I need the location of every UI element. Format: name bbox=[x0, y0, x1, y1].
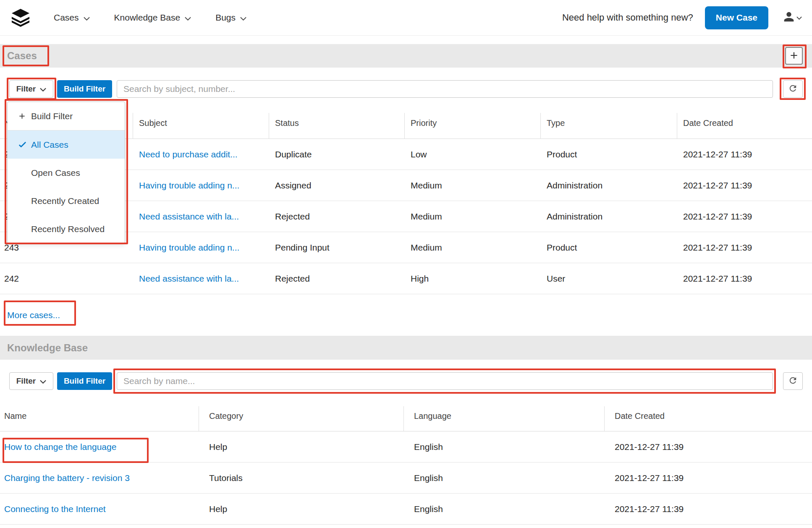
cases-build-filter-button[interactable]: Build Filter bbox=[57, 80, 112, 98]
dropdown-item-recently-resolved[interactable]: Recently Resolved bbox=[8, 215, 125, 243]
case-status-cell: Pending Input bbox=[269, 243, 404, 253]
case-subject-link[interactable]: Need to purchase addit... bbox=[139, 149, 238, 159]
cases-filter-dropdown: Build Filter All Cases Open Cases Recent… bbox=[7, 102, 125, 243]
case-priority-cell: High bbox=[404, 274, 540, 284]
dropdown-item-open-cases[interactable]: Open Cases bbox=[8, 159, 125, 187]
case-type-cell: User bbox=[540, 274, 677, 284]
more-cases-row: More cases... bbox=[0, 294, 812, 336]
new-case-button[interactable]: New Case bbox=[705, 6, 768, 29]
cases-title: Cases bbox=[7, 50, 37, 62]
kb-date-cell: 2021-12-27 11:39 bbox=[604, 504, 812, 514]
refresh-icon bbox=[788, 376, 798, 387]
nav-menu-knowledge-base[interactable]: Knowledge Base bbox=[114, 13, 191, 23]
kb-article-row: Connecting to the Internet Help English … bbox=[0, 494, 812, 525]
user-icon bbox=[782, 10, 796, 26]
chevron-down-icon bbox=[84, 13, 90, 23]
kb-article-link[interactable]: Connecting to the Internet bbox=[4, 504, 106, 514]
app-logo-icon[interactable] bbox=[11, 8, 30, 27]
kb-date-cell: 2021-12-27 11:39 bbox=[604, 473, 812, 483]
column-header-type[interactable]: Type bbox=[540, 101, 677, 139]
case-subject-cell: Need to purchase addit... bbox=[133, 149, 269, 159]
help-prompt-text: Need help with something new? bbox=[562, 12, 693, 23]
chevron-down-icon bbox=[240, 13, 246, 23]
case-subject-link[interactable]: Having trouble adding n... bbox=[139, 180, 239, 190]
kb-language-cell: English bbox=[403, 504, 604, 514]
spacer bbox=[0, 36, 812, 44]
column-header-status[interactable]: Status bbox=[269, 101, 404, 139]
kb-refresh-button[interactable] bbox=[783, 372, 803, 390]
dropdown-item-all-cases[interactable]: All Cases bbox=[8, 131, 125, 159]
case-subject-link[interactable]: Need assistance with la... bbox=[139, 212, 239, 221]
kb-table-header: Name Category Language Date Created bbox=[0, 395, 812, 431]
case-priority-cell: Medium bbox=[404, 212, 540, 222]
kb-category-cell: Help bbox=[199, 442, 403, 452]
case-subject-cell: Need assistance with la... bbox=[133, 274, 269, 284]
top-navbar: Cases Knowledge Base Bugs Need help with… bbox=[0, 0, 812, 36]
dropdown-item-label: Open Cases bbox=[31, 168, 80, 178]
kb-article-row: How to change the language Help English … bbox=[0, 431, 812, 463]
check-icon bbox=[18, 140, 31, 149]
dropdown-item-label: Recently Created bbox=[31, 196, 99, 206]
kb-date-cell: 2021-12-27 11:39 bbox=[604, 442, 812, 452]
case-subject-link[interactable]: Having trouble adding n... bbox=[139, 243, 239, 252]
plus-icon bbox=[18, 112, 31, 120]
case-type-cell: Administration bbox=[540, 180, 677, 191]
nav-menu-cases[interactable]: Cases bbox=[54, 13, 90, 23]
column-header-subject[interactable]: Subject bbox=[133, 101, 269, 139]
dropdown-item-build-filter[interactable]: Build Filter bbox=[8, 102, 125, 130]
more-cases-link[interactable]: More cases... bbox=[7, 310, 60, 320]
column-header-priority[interactable]: Priority bbox=[404, 101, 540, 139]
dropdown-item-recently-created[interactable]: Recently Created bbox=[8, 187, 125, 215]
case-status-cell: Assigned bbox=[269, 180, 404, 191]
dropdown-item-label: All Cases bbox=[31, 140, 68, 150]
cases-filter-button[interactable]: Filter bbox=[9, 80, 53, 98]
case-priority-cell: Medium bbox=[404, 243, 540, 253]
case-status-cell: Rejected bbox=[269, 274, 404, 284]
case-date-cell: 2021-12-27 11:39 bbox=[677, 180, 812, 191]
column-header-language[interactable]: Language bbox=[403, 395, 604, 431]
case-number-cell: 243 bbox=[0, 243, 133, 253]
filter-button-label: Filter bbox=[16, 376, 36, 386]
kb-name-cell: Charging the battery - revision 3 bbox=[0, 473, 199, 483]
chevron-down-icon bbox=[796, 14, 802, 21]
nav-menu-bugs[interactable]: Bugs bbox=[215, 13, 246, 23]
refresh-icon bbox=[788, 84, 798, 94]
kb-category-cell: Help bbox=[199, 504, 403, 514]
case-date-cell: 2021-12-27 11:39 bbox=[677, 149, 812, 159]
portal-page: Cases Knowledge Base Bugs Need help with… bbox=[0, 0, 812, 528]
case-subject-cell: Need assistance with la... bbox=[133, 212, 269, 222]
navbar-right: Need help with something new? New Case bbox=[562, 6, 802, 29]
kb-article-row: Charging the battery - revision 3 Tutori… bbox=[0, 463, 812, 494]
kb-filter-button[interactable]: Filter bbox=[9, 372, 53, 390]
case-number-cell: 242 bbox=[0, 274, 133, 284]
case-row: 242 Need assistance with la... Rejected … bbox=[0, 263, 812, 294]
kb-search-input[interactable] bbox=[117, 372, 773, 390]
kb-article-link[interactable]: Charging the battery - revision 3 bbox=[4, 473, 130, 483]
cases-refresh-button[interactable] bbox=[783, 80, 803, 98]
kb-build-filter-button[interactable]: Build Filter bbox=[57, 372, 112, 390]
kb-category-cell: Tutorials bbox=[199, 473, 403, 483]
case-type-cell: Administration bbox=[540, 212, 677, 222]
kb-title: Knowledge Base bbox=[7, 342, 88, 354]
case-priority-cell: Medium bbox=[404, 180, 540, 191]
kb-name-cell: Connecting to the Internet bbox=[0, 504, 199, 514]
column-header-category[interactable]: Category bbox=[199, 395, 403, 431]
dropdown-item-label: Recently Resolved bbox=[31, 224, 105, 234]
case-type-cell: Product bbox=[540, 149, 677, 159]
case-status-cell: Rejected bbox=[269, 212, 404, 222]
chevron-down-icon bbox=[185, 13, 191, 23]
kb-panel: Knowledge Base Filter Build Filter Name … bbox=[0, 336, 812, 525]
case-subject-link[interactable]: Need assistance with la... bbox=[139, 274, 239, 283]
case-type-cell: Product bbox=[540, 243, 677, 253]
cases-search-input[interactable] bbox=[117, 80, 773, 98]
case-date-cell: 2021-12-27 11:39 bbox=[677, 243, 812, 253]
case-date-cell: 2021-12-27 11:39 bbox=[677, 212, 812, 222]
add-case-button[interactable] bbox=[785, 47, 803, 65]
kb-article-link[interactable]: How to change the language bbox=[4, 442, 116, 452]
kb-language-cell: English bbox=[403, 473, 604, 483]
column-header-date-created[interactable]: Date Created bbox=[677, 101, 812, 139]
plus-icon bbox=[788, 50, 799, 62]
user-menu[interactable] bbox=[782, 10, 802, 26]
column-header-name[interactable]: Name bbox=[0, 395, 199, 431]
column-header-date-created[interactable]: Date Created bbox=[604, 395, 812, 431]
